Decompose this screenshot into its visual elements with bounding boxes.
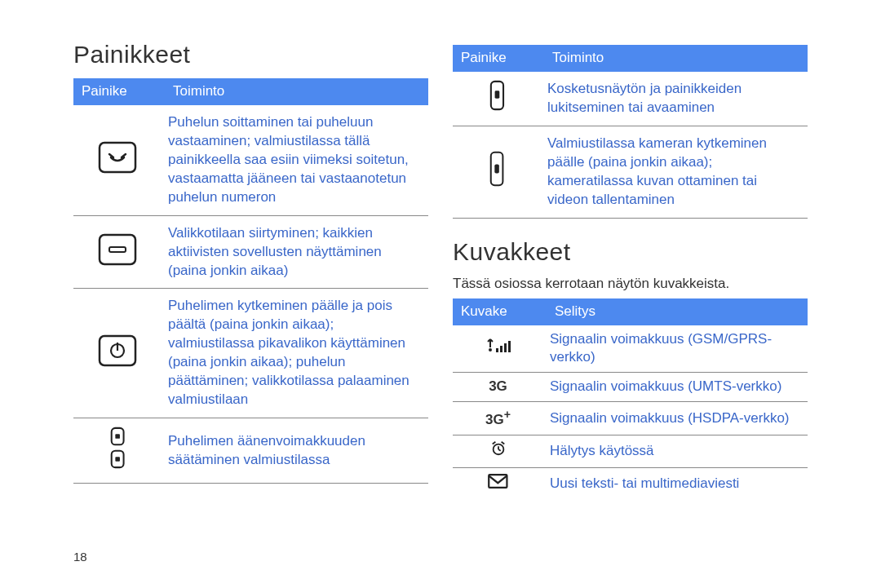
icons-intro: Tässä osiossa kerrotaan näytön kuvakkeis… <box>453 276 808 292</box>
table-row: Puhelun soittaminen tai puheluun vastaam… <box>73 105 428 215</box>
signal-gsm-icon <box>453 325 547 373</box>
col-header-button: Painike <box>453 45 544 72</box>
signal-3gplus-icon: 3G+ <box>453 402 547 435</box>
svg-rect-18 <box>496 348 498 352</box>
svg-rect-20 <box>504 343 507 352</box>
table-row: 3G+ Signaalin voimakkuus (HSDPA-verkko) <box>453 402 808 435</box>
manual-page: Painikkeet Painike Toiminto Puhelun soit… <box>0 0 881 588</box>
col-header-function: Toiminto <box>165 78 428 105</box>
svg-rect-2 <box>109 247 126 252</box>
svg-line-25 <box>492 442 495 444</box>
power-button-icon <box>73 289 165 418</box>
camera-button-desc: Valmiustilassa kameran kytkeminen päälle… <box>544 126 808 218</box>
table-row: Puhelimen äänenvoimakkuuden säätäminen v… <box>73 418 428 484</box>
buttons-heading: Painikkeet <box>73 41 428 69</box>
svg-rect-19 <box>500 346 502 352</box>
left-column: Painikkeet Painike Toiminto Puhelun soit… <box>45 0 445 588</box>
volume-button-icon <box>73 418 165 484</box>
svg-rect-7 <box>115 434 120 439</box>
table-row: Kosketusnäytön ja painikkeiden lukitsemi… <box>453 72 808 126</box>
buttons-table: Painike Toiminto Puhelun soittaminen tai… <box>73 78 428 484</box>
call-button-desc: Puhelun soittaminen tai puheluun vastaam… <box>165 105 428 215</box>
col-header-icon: Kuvake <box>453 298 547 325</box>
table-row: Signaalin voimakkuus (GSM/GPRS-verkko) <box>453 325 808 373</box>
buttons-table-continued: Painike Toiminto Kosketusnäytön ja paini… <box>453 45 808 219</box>
power-button-desc: Puhelimen kytkeminen päälle ja pois pääl… <box>165 289 428 418</box>
svg-point-17 <box>489 348 492 351</box>
alarm-desc: Hälytys käytössä <box>547 435 808 467</box>
svg-rect-27 <box>489 475 507 488</box>
svg-rect-13 <box>494 165 498 174</box>
icons-heading: Kuvakkeet <box>453 238 808 266</box>
table-row: Valikkotilaan siirtyminen; kaikkien akti… <box>73 215 428 289</box>
signal-3g-desc: Signaalin voimakkuus (UMTS-verkko) <box>547 373 808 402</box>
message-desc: Uusi teksti- tai multimediaviesti <box>547 467 808 499</box>
camera-button-icon <box>453 126 544 218</box>
page-number: 18 <box>73 550 87 564</box>
alarm-icon <box>453 435 547 467</box>
svg-rect-11 <box>494 91 499 99</box>
menu-button-desc: Valikkotilaan siirtyminen; kaikkien akti… <box>165 215 428 289</box>
col-header-function: Toiminto <box>544 45 808 72</box>
table-row: Puhelimen kytkeminen päälle ja pois pääl… <box>73 289 428 418</box>
svg-rect-21 <box>508 341 511 352</box>
lock-button-desc: Kosketusnäytön ja painikkeiden lukitsemi… <box>544 72 808 126</box>
svg-line-26 <box>501 442 504 444</box>
col-header-button: Painike <box>73 78 165 105</box>
right-column: Painike Toiminto Kosketusnäytön ja paini… <box>445 0 836 588</box>
table-row: Hälytys käytössä <box>453 435 808 467</box>
message-icon <box>453 467 547 499</box>
svg-rect-0 <box>100 143 135 172</box>
svg-rect-9 <box>115 457 120 462</box>
svg-line-24 <box>498 449 501 451</box>
col-header-desc: Selitys <box>547 298 808 325</box>
icons-table: Kuvake Selitys Signaalin voimakkuus (GSM… <box>453 298 808 500</box>
volume-button-desc: Puhelimen äänenvoimakkuuden säätäminen v… <box>165 418 428 484</box>
signal-gsm-desc: Signaalin voimakkuus (GSM/GPRS-verkko) <box>547 325 808 373</box>
table-row: 3G Signaalin voimakkuus (UMTS-verkko) <box>453 373 808 402</box>
table-row: Uusi teksti- tai multimediaviesti <box>453 467 808 499</box>
signal-3gplus-desc: Signaalin voimakkuus (HSDPA-verkko) <box>547 402 808 435</box>
call-button-icon <box>73 105 165 215</box>
lock-button-icon <box>453 72 544 126</box>
table-row: Valmiustilassa kameran kytkeminen päälle… <box>453 126 808 218</box>
signal-3g-icon: 3G <box>453 373 547 402</box>
menu-button-icon <box>73 215 165 289</box>
